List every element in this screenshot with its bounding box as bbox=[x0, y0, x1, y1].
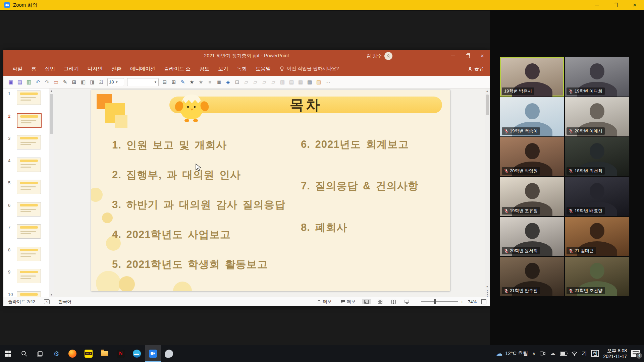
normal-view-button[interactable] bbox=[362, 299, 371, 304]
slide-thumbnail-10[interactable]: 10 bbox=[3, 291, 54, 297]
taskbar-task-view-button[interactable] bbox=[32, 345, 48, 362]
participant-tile-1[interactable]: 19학번 박은서 bbox=[500, 57, 564, 97]
group-icon[interactable]: ⊡ bbox=[233, 78, 241, 86]
fit-slide-button[interactable] bbox=[481, 299, 486, 304]
weather-widget[interactable]: ☁ 12°C 흐림 bbox=[496, 350, 528, 357]
previous-slide-button[interactable]: ▲▲ bbox=[485, 289, 490, 293]
ppt-account-name[interactable]: 김 방주 bbox=[366, 53, 382, 59]
start-slideshow-icon[interactable]: ▭ bbox=[52, 78, 60, 86]
language-status[interactable]: 한국어 bbox=[58, 299, 71, 305]
save-as-icon[interactable]: ▤ bbox=[16, 78, 24, 86]
participant-tile-3[interactable]: 19학번 백송이 bbox=[500, 97, 564, 136]
restore-button[interactable] bbox=[606, 0, 625, 10]
ppt-restore-button[interactable] bbox=[460, 50, 475, 62]
participant-tile-5[interactable]: 20학번 박영원 bbox=[500, 137, 564, 176]
toc-item[interactable]: 1. 인원 보고 및 개회사 bbox=[112, 138, 285, 152]
align-left-icon[interactable]: ≡ bbox=[206, 78, 214, 86]
ribbon-tab-7[interactable]: 애니메이션 bbox=[126, 64, 160, 74]
participant-tile-11[interactable]: 21학번 안수진 bbox=[500, 257, 564, 296]
reading-view-button[interactable] bbox=[389, 299, 398, 304]
toc-item[interactable]: 6. 2021년도 회계보고 bbox=[301, 137, 419, 152]
ribbon-tab-2[interactable]: 홈 bbox=[27, 64, 41, 74]
ribbon-tab-6[interactable]: 전환 bbox=[107, 64, 126, 74]
taskbar-netflix-button[interactable]: N bbox=[113, 345, 129, 362]
wifi-icon[interactable] bbox=[572, 351, 577, 356]
notes-toggle-button[interactable]: 메모 bbox=[315, 298, 334, 305]
taskbar-whale-browser-button[interactable] bbox=[129, 345, 145, 362]
star-filled-icon[interactable]: ★ bbox=[188, 78, 196, 86]
ribbon-tab-1[interactable]: 파일 bbox=[8, 64, 27, 74]
toc-item[interactable]: 3. 하반기 과 대의원 감사 질의응답 bbox=[112, 198, 285, 212]
participant-tile-7[interactable]: 19학번 조유정 bbox=[500, 177, 564, 216]
insert-picture-icon[interactable]: ▩ bbox=[306, 78, 314, 86]
slide-layout-icon[interactable]: ⊟ bbox=[161, 78, 169, 86]
zoom-slider[interactable]: − + bbox=[416, 299, 463, 304]
taskbar-file-explorer-button[interactable] bbox=[97, 345, 113, 362]
system-clock[interactable]: 오후 8:08 2021-11-17 bbox=[603, 348, 627, 359]
zoom-slider-thumb[interactable] bbox=[434, 299, 436, 304]
close-button[interactable]: × bbox=[625, 0, 644, 10]
battery-icon[interactable] bbox=[560, 352, 567, 356]
print-preview-icon[interactable]: ▥ bbox=[25, 78, 33, 86]
editor-scrollbar[interactable]: ▲ ▼ ▲▲ ▼▼ bbox=[485, 88, 490, 297]
slide-sorter-view-button[interactable] bbox=[376, 299, 384, 304]
taskbar-search-button[interactable] bbox=[16, 345, 32, 362]
ppt-close-button[interactable]: × bbox=[475, 50, 490, 62]
toc-item[interactable]: 5. 2021학년도 학생회 활동보고 bbox=[112, 257, 285, 272]
slide-indicator[interactable]: 슬라이드 2/42 bbox=[8, 299, 35, 305]
toc-item[interactable]: 4. 2021학년도 사업보고 bbox=[112, 228, 285, 242]
new-slide-icon[interactable]: ⊞ bbox=[70, 78, 78, 86]
zoom-tray-icon[interactable] bbox=[540, 351, 545, 356]
participant-tile-12[interactable]: 21학번 조건양 bbox=[565, 257, 629, 296]
slide-thumbnail-9[interactable]: 9 bbox=[3, 269, 54, 289]
tell-me-search[interactable]: 어떤 작업을 원하시나요? bbox=[280, 66, 339, 72]
slide-canvas[interactable]: 목차 1. 인원 보고 및 개회사2. 집행부, 과 대의원 인사3. 하반기 … bbox=[91, 90, 450, 291]
distribute-h-icon[interactable]: ▤ bbox=[287, 78, 296, 86]
toc-item[interactable]: 8. 폐회사 bbox=[301, 221, 419, 235]
onedrive-icon[interactable]: ☁ bbox=[550, 350, 555, 357]
redo-icon[interactable]: ↷ bbox=[43, 78, 51, 86]
draw-pen-icon[interactable]: ✎ bbox=[61, 78, 69, 86]
distribute-v-icon[interactable]: ▦ bbox=[297, 78, 305, 86]
slide-thumbnail-8[interactable]: 8 bbox=[3, 247, 54, 267]
participant-tile-6[interactable]: 18학번 최선희 bbox=[565, 137, 629, 176]
next-slide-button[interactable]: ▼▼ bbox=[485, 293, 490, 297]
keyboard-layout-indicator[interactable]: 한 bbox=[591, 350, 599, 357]
ribbon-tab-4[interactable]: 그리기 bbox=[59, 64, 83, 74]
font-shrink-icon[interactable]: 가 bbox=[97, 78, 105, 86]
bring-front-icon[interactable]: ▱ bbox=[260, 78, 268, 86]
ppt-minimize-button[interactable] bbox=[445, 50, 460, 62]
ime-mode-indicator[interactable]: 가 bbox=[582, 350, 587, 357]
ribbon-tab-3[interactable]: 삽입 bbox=[41, 64, 59, 74]
toc-item[interactable]: 7. 질의응답 & 건의사항 bbox=[301, 179, 419, 193]
comments-toggle-button[interactable]: 메모 bbox=[338, 298, 358, 305]
taskbar-zoom-button[interactable] bbox=[145, 345, 161, 362]
slide-thumbnail-7[interactable]: 7 bbox=[3, 224, 54, 244]
participant-tile-10[interactable]: 21 김대근 bbox=[565, 217, 629, 256]
ribbon-tab-11[interactable]: 녹화 bbox=[232, 64, 251, 74]
ribbon-tab-8[interactable]: 슬라이드 쇼 bbox=[160, 64, 195, 74]
align-justify-icon[interactable]: ≣ bbox=[215, 78, 223, 86]
send-back-icon[interactable]: ▱ bbox=[269, 78, 277, 86]
more-tools-icon[interactable]: ⋯ bbox=[324, 78, 332, 86]
send-backward-icon[interactable]: ▱ bbox=[251, 78, 259, 86]
ribbon-tab-5[interactable]: 디자인 bbox=[83, 64, 107, 74]
ribbon-tab-9[interactable]: 검토 bbox=[195, 64, 214, 74]
layout-left-icon[interactable]: ◧ bbox=[79, 78, 87, 86]
tray-expand-button[interactable]: ∧ bbox=[532, 351, 536, 356]
font-size-combobox[interactable]: 18▼ bbox=[107, 78, 124, 86]
taskbar-firefox-button[interactable] bbox=[64, 345, 80, 362]
slide-thumbnail-5[interactable]: 5 bbox=[3, 180, 54, 200]
action-center-button[interactable]: 4 bbox=[631, 350, 640, 357]
slideshow-view-button[interactable] bbox=[402, 299, 411, 304]
share-button[interactable]: 공유 bbox=[468, 62, 484, 76]
shapes-icon[interactable]: ◈ bbox=[224, 78, 232, 86]
slide-thumbnail-1[interactable]: 1 bbox=[3, 90, 54, 111]
layout-right-icon[interactable]: ◨ bbox=[88, 78, 96, 86]
participant-tile-8[interactable]: 19학번 배효민 bbox=[565, 177, 629, 216]
undo-icon[interactable]: ↶ bbox=[34, 78, 42, 86]
participant-tile-9[interactable]: 20학번 윤서희 bbox=[500, 217, 564, 256]
slide-thumbnail-3[interactable]: 3 bbox=[3, 135, 54, 155]
taskbar-settings-button[interactable]: ⚙ bbox=[48, 345, 64, 362]
minimize-button[interactable] bbox=[588, 0, 606, 10]
